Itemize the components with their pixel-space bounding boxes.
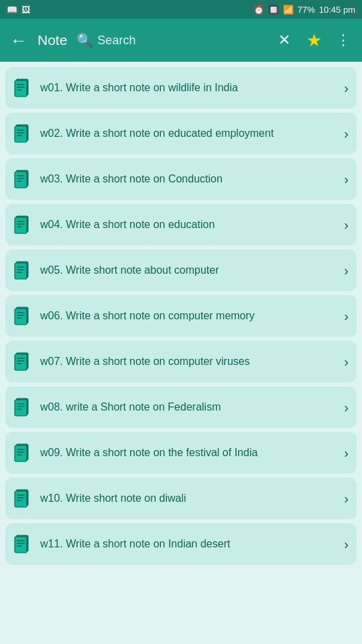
svg-rect-1 [15,80,27,97]
chevron-right-icon: › [344,400,349,415]
more-icon: ⋮ [336,32,351,49]
signal-icon: 📶 [283,5,294,15]
svg-rect-26 [15,309,27,325]
note-icon [12,396,35,419]
svg-rect-36 [15,400,27,416]
list-item[interactable]: w06. Write a short note on computer memo… [5,295,357,337]
status-bar: 📖 🖼 ⏰ 🔲 📶 77% 10:45 pm [0,0,362,19]
sim-icon: 🔲 [268,5,279,15]
toolbar-actions: ✕ ★ ⋮ [271,27,357,54]
svg-rect-6 [15,126,27,142]
chevron-right-icon: › [344,491,349,506]
list-item-text: w06. Write a short note on computer memo… [40,309,339,323]
note-icon [12,76,35,99]
image-icon: 🖼 [21,5,30,15]
list-item-text: w03. Write a short note on Conduction [40,172,339,186]
status-left-icons: 📖 🖼 [7,5,30,15]
note-icon [12,259,35,282]
list-item[interactable]: w01. Write a short note on wildlife in I… [5,67,357,109]
note-list: w01. Write a short note on wildlife in I… [0,62,362,570]
search-icon: 🔍 [76,32,93,48]
list-item[interactable]: w02. Write a short note on educated empl… [5,113,357,154]
note-icon [12,533,35,555]
note-icon [12,350,35,373]
close-icon: ✕ [278,32,290,49]
note-icon [12,168,35,191]
chevron-right-icon: › [344,80,349,96]
svg-rect-51 [15,537,27,553]
status-right-info: ⏰ 🔲 📶 77% 10:45 pm [253,5,355,15]
list-item-text: w11. Write a short note on Indian desert [40,537,339,551]
search-label: Search [97,34,135,48]
more-button[interactable]: ⋮ [330,27,357,54]
list-item[interactable]: w11. Write a short note on Indian desert… [5,523,357,565]
svg-rect-11 [15,172,27,188]
chevron-right-icon: › [344,172,349,187]
svg-rect-31 [15,354,27,370]
list-item[interactable]: w03. Write a short note on Conduction› [5,158,357,200]
star-button[interactable]: ★ [300,27,327,54]
list-item[interactable]: w05. Write short note about computer› [5,250,357,291]
list-item[interactable]: w09. Write a short note on the festival … [5,432,357,474]
toolbar: ← Note 🔍 Search ✕ ★ ⋮ [0,19,362,62]
list-item-text: w07. Write a short note on computer viru… [40,354,339,369]
chevron-right-icon: › [344,263,349,278]
list-item-text: w05. Write short note about computer [40,263,339,278]
search-button[interactable]: 🔍 Search [76,32,268,48]
note-icon [12,305,35,327]
list-item-text: w01. Write a short note on wildlife in I… [40,80,339,95]
close-button[interactable]: ✕ [271,27,298,54]
list-item-text: w08. write a Short note on Federalism [40,400,339,415]
chevron-right-icon: › [344,354,349,370]
svg-rect-21 [15,263,27,279]
alarm-icon: ⏰ [253,5,264,15]
list-item-text: w04. Write a short note on education [40,217,339,232]
book-icon: 📖 [7,5,17,15]
chevron-right-icon: › [344,309,349,324]
star-icon: ★ [306,30,322,51]
back-button[interactable]: ← [5,27,32,54]
note-icon [12,441,35,464]
toolbar-title: Note [38,32,67,48]
svg-rect-16 [15,217,27,233]
list-item[interactable]: w08. write a Short note on Federalism› [5,386,357,428]
note-icon [12,122,35,145]
list-item-text: w02. Write a short note on educated empl… [40,126,339,141]
chevron-right-icon: › [344,537,349,552]
svg-rect-41 [15,445,27,462]
list-item-text: w10. Write short note on diwali [40,491,339,506]
list-item[interactable]: w04. Write a short note on education› [5,204,357,246]
note-icon [12,487,35,510]
chevron-right-icon: › [344,445,349,461]
list-item-text: w09. Write a short note on the festival … [40,445,339,460]
list-item[interactable]: w07. Write a short note on computer viru… [5,341,357,382]
chevron-right-icon: › [344,217,349,233]
note-icon [12,213,35,236]
svg-rect-46 [15,491,27,507]
time-text: 10:45 pm [319,5,355,15]
chevron-right-icon: › [344,126,349,142]
battery-text: 77% [298,5,315,15]
list-item[interactable]: w10. Write short note on diwali› [5,478,357,519]
